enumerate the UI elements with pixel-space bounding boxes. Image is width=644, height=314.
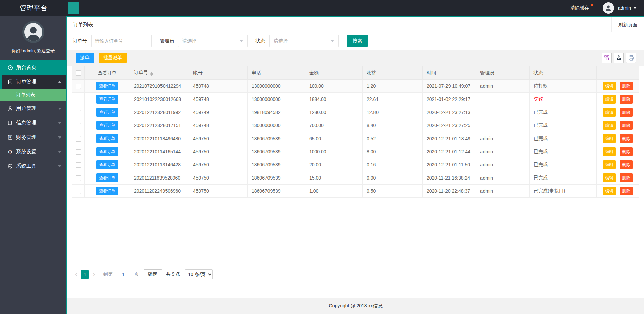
columns-filter-button[interactable] (602, 53, 612, 63)
table-row: 查看订单 202011211639528960 459750 186067095… (72, 171, 639, 185)
status-label: 状态 (256, 38, 265, 44)
gauge-icon (7, 65, 13, 70)
row-checkbox[interactable] (76, 175, 81, 181)
amount-cell: 1000.00 (305, 145, 363, 158)
admin-select[interactable]: 请选择 (178, 35, 248, 47)
delete-button[interactable]: 删除 (620, 173, 633, 182)
row-checkbox[interactable] (76, 97, 81, 102)
dispatch-button[interactable]: 派单 (76, 53, 94, 63)
row-checkbox[interactable] (76, 162, 81, 168)
table-row: 查看订单 202012210118496480 459750 186067095… (72, 132, 639, 145)
delete-button[interactable]: 删除 (620, 82, 633, 90)
status-cell: 失败 (530, 93, 597, 106)
col-header-profit: 收益 (363, 66, 423, 80)
order-no-input[interactable] (91, 35, 152, 47)
refresh-page-button[interactable]: 刷新页面 (611, 17, 644, 32)
edit-button[interactable]: 编辑 (603, 108, 616, 117)
account-cell: 459750 (189, 132, 248, 145)
delete-button[interactable]: 删除 (620, 134, 633, 143)
sidebar-item-tools[interactable]: 系统工具 (0, 159, 66, 173)
hamburger-menu-icon[interactable] (68, 2, 79, 14)
next-page-icon[interactable]: › (89, 270, 98, 279)
edit-button[interactable]: 编辑 (603, 121, 616, 130)
row-checkbox[interactable] (76, 84, 81, 89)
export-button[interactable] (614, 53, 624, 63)
row-checkbox[interactable] (76, 110, 81, 115)
batch-dispatch-button[interactable]: 批量派单 (99, 53, 127, 63)
username-dropdown[interactable]: admin (618, 5, 631, 11)
chevron-up-icon (58, 81, 61, 83)
view-order-button[interactable]: 查看订单 (96, 121, 118, 130)
print-icon (628, 55, 634, 61)
view-order-button[interactable]: 查看订单 (96, 108, 118, 117)
row-checkbox[interactable] (76, 136, 81, 142)
delete-button[interactable]: 删除 (620, 187, 633, 195)
profit-cell: 0.52 (363, 132, 423, 145)
row-checkbox[interactable] (76, 123, 81, 128)
edit-button[interactable]: 编辑 (603, 173, 616, 182)
edit-button[interactable]: 编辑 (603, 187, 616, 195)
chevron-down-icon (58, 151, 61, 153)
col-header-order-no[interactable]: 订单号 (130, 66, 189, 80)
edit-button[interactable]: 编辑 (603, 147, 616, 156)
topbar: 管理平台 清除缓存 admin (0, 0, 644, 16)
select-all-checkbox[interactable] (76, 70, 81, 76)
chevron-down-icon[interactable] (633, 7, 637, 9)
sidebar-subitem-order-list[interactable]: 订单列表 (0, 89, 66, 101)
sort-icon[interactable] (150, 72, 153, 76)
row-checkbox[interactable] (76, 149, 81, 155)
edit-button[interactable]: 编辑 (603, 134, 616, 143)
delete-button[interactable]: 删除 (620, 108, 633, 117)
sidebar-item-users[interactable]: 用户管理 (0, 101, 66, 116)
avatar[interactable] (603, 2, 614, 14)
col-header-actions (597, 66, 639, 80)
sidebar-item-label: 用户管理 (16, 105, 36, 112)
status-cell: 待打款 (530, 80, 597, 93)
page-size-select[interactable]: 10 条/页 (185, 269, 213, 279)
view-order-button[interactable]: 查看订单 (96, 160, 118, 169)
edit-button[interactable]: 编辑 (603, 95, 616, 104)
delete-button[interactable]: 删除 (620, 121, 633, 130)
time-cell: 2020-12-21 23:27:25 (423, 119, 476, 132)
sidebar-item-info[interactable]: 信息管理 (0, 116, 66, 130)
view-order-button[interactable]: 查看订单 (96, 95, 118, 104)
time-cell: 2020-12-21 23:27:13 (423, 106, 476, 119)
sidebar-item-dashboard[interactable]: 后台首页 (0, 60, 66, 75)
view-order-button[interactable]: 查看订单 (96, 147, 118, 156)
amount-cell: 700.00 (305, 119, 363, 132)
col-header-phone: 电话 (248, 66, 305, 80)
profit-cell: 8.00 (363, 145, 423, 158)
clear-cache-button[interactable]: 清除缓存 (570, 5, 589, 11)
time-cell: 2021-01-02 22:29:17 (423, 93, 476, 106)
gear-icon: ⚙ (7, 149, 13, 155)
page-unit-label: 页 (134, 271, 139, 277)
delete-button[interactable]: 删除 (620, 95, 633, 104)
order-no-cell: 202012210114165144 (130, 145, 189, 158)
current-page-button[interactable]: 1 (81, 270, 89, 279)
message-icon (7, 120, 13, 126)
status-cell: 已完成 (530, 132, 597, 145)
view-order-button[interactable]: 查看订单 (96, 187, 118, 195)
goto-page-input[interactable] (117, 270, 130, 279)
status-select[interactable]: 请选择 (269, 35, 339, 47)
table-row: 查看订单 202107291050412294 459748 130000000… (72, 80, 639, 93)
sidebar-item-orders[interactable]: 订单管理 (0, 75, 66, 89)
prev-page-icon[interactable]: ‹ (72, 270, 81, 279)
time-cell: 2020-12-21 01:18:49 (423, 132, 476, 145)
view-order-button[interactable]: 查看订单 (96, 134, 118, 143)
delete-button[interactable]: 删除 (620, 160, 633, 169)
sidebar-item-settings[interactable]: ⚙ 系统设置 (0, 145, 66, 159)
print-button[interactable] (626, 53, 636, 63)
view-order-button[interactable]: 查看订单 (96, 173, 118, 182)
edit-button[interactable]: 编辑 (603, 160, 616, 169)
search-button[interactable]: 搜索 (347, 35, 368, 47)
view-order-button[interactable]: 查看订单 (96, 82, 118, 90)
order-no-cell: 202012212328011992 (130, 106, 189, 119)
delete-button[interactable]: 删除 (620, 147, 633, 156)
chevron-down-icon (58, 108, 61, 110)
row-checkbox[interactable] (76, 189, 81, 194)
sidebar-item-finance[interactable]: ¥ 财务管理 (0, 130, 66, 145)
edit-button[interactable]: 编辑 (603, 82, 616, 90)
confirm-page-button[interactable]: 确定 (144, 269, 162, 279)
chevron-down-icon (58, 136, 61, 139)
